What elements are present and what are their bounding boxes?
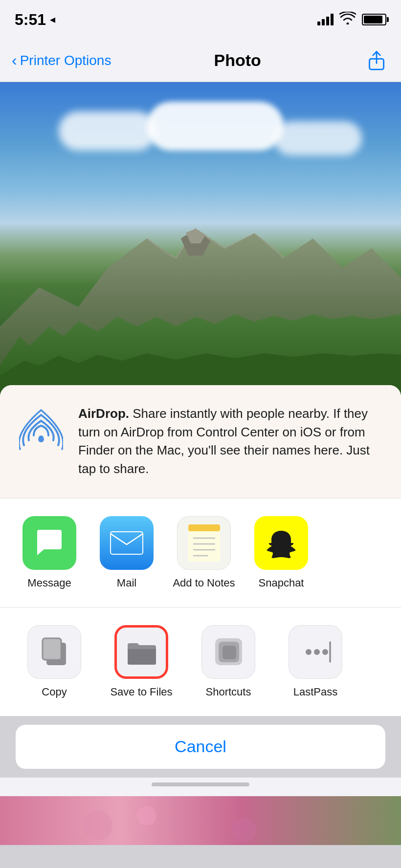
wifi-icon [339,12,356,28]
snapchat-icon [254,516,308,570]
status-bar: 5:51 ◂ [0,0,401,39]
airdrop-section[interactable]: AirDrop. Share instantly with people nea… [0,385,401,499]
apps-section: Message Mail [0,499,401,608]
airdrop-description: AirDrop. Share instantly with people nea… [78,405,383,478]
svg-rect-12 [43,638,61,660]
back-button[interactable]: ‹ Printer Options [12,51,111,69]
action-save-to-files[interactable]: Save to Files [105,625,178,698]
lastpass-action-icon [289,625,342,679]
app-notes[interactable]: Add to Notes [172,516,236,589]
save-to-files-label: Save to Files [110,686,172,698]
bottom-photo-peek [0,796,401,845]
svg-point-18 [322,649,328,655]
cancel-label: Cancel [175,737,226,756]
nav-bar: ‹ Printer Options Photo [0,39,401,82]
home-indicator [0,778,401,796]
chevron-left-icon: ‹ [12,51,17,69]
notes-icon [177,516,231,570]
svg-rect-5 [188,524,220,531]
signal-bars [317,14,334,25]
svg-point-17 [314,649,320,655]
actions-section: Copy Save to Files [0,608,401,716]
airdrop-title: AirDrop. [78,406,129,421]
app-message[interactable]: Message [18,516,81,589]
svg-rect-15 [223,646,236,659]
snapchat-label: Snapchat [259,577,304,589]
app-snapchat[interactable]: Snapchat [249,516,313,589]
airdrop-icon [19,406,63,450]
copy-action-icon [27,625,81,679]
action-lastpass[interactable]: LastPass [279,625,352,698]
svg-point-21 [83,811,112,840]
svg-point-22 [137,806,156,825]
shortcuts-action-icon [201,625,255,679]
share-icon [368,51,385,70]
app-mail[interactable]: Mail [95,516,158,589]
lastpass-label: LastPass [293,686,338,698]
shortcuts-label: Shortcuts [206,686,251,698]
svg-point-23 [232,818,257,843]
photo-display [0,82,401,395]
svg-point-16 [306,649,312,655]
battery-icon [362,14,386,25]
cancel-button[interactable]: Cancel [16,725,385,769]
home-bar [152,782,249,786]
mountain-illustration [0,190,401,395]
svg-point-2 [38,436,44,442]
save-to-files-action-icon [114,625,168,679]
mail-icon [100,516,154,570]
status-icons [317,12,386,28]
message-label: Message [27,577,71,589]
share-button[interactable] [364,48,389,73]
airdrop-icon-container [18,405,65,452]
location-icon: ◂ [50,13,55,26]
share-sheet: AirDrop. Share instantly with people nea… [0,385,401,716]
message-icon [22,516,76,570]
apps-row: Message Mail [18,516,401,589]
mail-label: Mail [117,577,136,589]
action-copy[interactable]: Copy [18,625,91,698]
svg-rect-20 [0,796,401,845]
action-shortcuts[interactable]: Shortcuts [192,625,265,698]
back-label: Printer Options [20,53,111,68]
page-title: Photo [214,51,261,70]
notes-label: Add to Notes [173,577,235,589]
copy-label: Copy [42,686,67,698]
status-time: 5:51 [15,11,46,29]
svg-rect-3 [111,532,143,554]
